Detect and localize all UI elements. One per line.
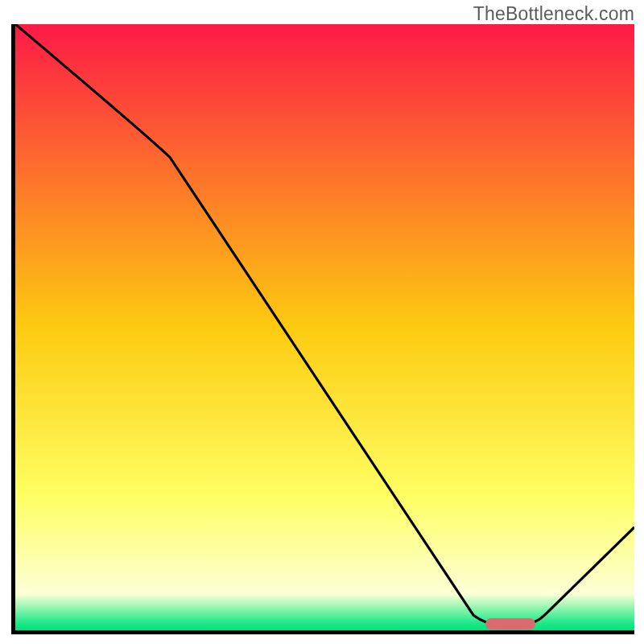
chart-curve bbox=[15, 24, 634, 630]
chart-plot-area bbox=[11, 24, 634, 634]
watermark-text: TheBottleneck.com bbox=[473, 3, 634, 25]
optimal-range-marker bbox=[485, 618, 535, 630]
